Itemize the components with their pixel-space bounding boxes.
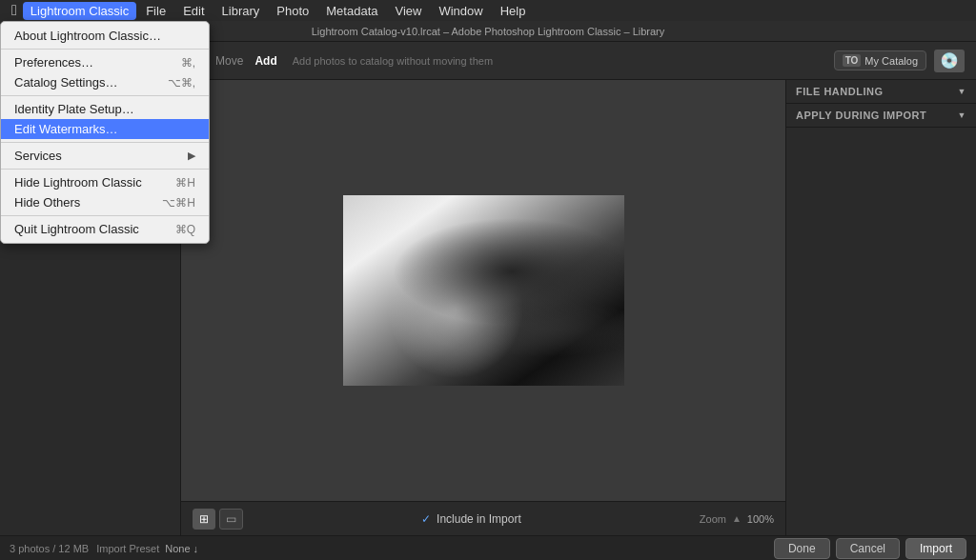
menu-catalog-settings[interactable]: Catalog Settings… ⌥⌘,	[1, 72, 209, 92]
menu-separator-3	[1, 142, 209, 143]
import-preset-section: Import Preset None ↓	[96, 543, 198, 554]
menu-file[interactable]: File	[138, 2, 173, 20]
catalog-settings-shortcut: ⌥⌘,	[168, 76, 195, 90]
quit-shortcut: ⌘Q	[175, 223, 195, 236]
menu-separator-2	[1, 95, 209, 96]
status-text: 3 photos / 12 MB	[10, 543, 89, 554]
apply-during-import-header[interactable]: Apply During Import ▼	[796, 110, 966, 121]
loupe-view-button[interactable]: ▭	[219, 509, 243, 530]
menu-photo[interactable]: Photo	[269, 2, 316, 20]
menu-separator-4	[1, 169, 209, 170]
menu-separator-5	[1, 215, 209, 216]
menu-preferences[interactable]: Preferences… ⌘,	[1, 52, 209, 72]
catalog-settings-label: Catalog Settings…	[14, 75, 117, 90]
edit-watermarks-label: Edit Watermarks…	[14, 122, 118, 136]
zoom-value: 100%	[747, 513, 774, 525]
file-handling-arrow: ▼	[958, 87, 966, 96]
menu-quit[interactable]: Quit Lightroom Classic ⌘Q	[1, 219, 209, 239]
drive-icon[interactable]: 💿	[934, 50, 965, 72]
zoom-area: Zoom ▲ 100%	[700, 513, 774, 525]
hide-others-shortcut: ⌥⌘H	[162, 196, 195, 210]
menu-about[interactable]: About Lightroom Classic…	[1, 26, 209, 46]
menu-view[interactable]: View	[387, 2, 429, 20]
bottom-bar: 3 photos / 12 MB Import Preset None ↓ Do…	[0, 535, 976, 560]
view-toggle: ⊞ ▭	[193, 509, 243, 530]
image-bottom-bar: ⊞ ▭ ✓ Include in Import Zoom ▲ 100%	[181, 501, 785, 535]
window-title: Lightroom Catalog-v10.lrcat – Adobe Phot…	[312, 26, 665, 37]
cancel-button[interactable]: Cancel	[836, 538, 900, 559]
menu-library[interactable]: Library	[214, 2, 268, 20]
add-action[interactable]: Add	[254, 54, 276, 68]
catalog-button[interactable]: TO My Catalog	[834, 50, 926, 70]
apple-menu[interactable]: 	[8, 0, 21, 21]
identity-plate-label: Identity Plate Setup…	[14, 102, 134, 116]
menu-services[interactable]: Services ▶	[1, 146, 209, 166]
menu-edit[interactable]: Edit	[175, 2, 212, 20]
hide-lightroom-shortcut: ⌘H	[175, 176, 195, 190]
file-handling-section: File Handling ▼	[786, 80, 976, 104]
menu-separator-1	[1, 49, 209, 50]
preferences-label: Preferences…	[14, 55, 93, 70]
about-label: About Lightroom Classic…	[14, 29, 161, 43]
import-preset-label: Import Preset	[96, 543, 159, 554]
file-handling-header[interactable]: File Handling ▼	[796, 86, 966, 97]
bottom-buttons: Done Cancel Import	[774, 538, 966, 559]
app-dropdown-menu: About Lightroom Classic… Preferences… ⌘,…	[0, 21, 210, 244]
include-label: Include in Import	[437, 512, 521, 526]
menu-lightroom-classic[interactable]: Lightroom Classic	[23, 2, 136, 20]
file-handling-label: File Handling	[796, 86, 883, 97]
submenu-arrow-icon: ▶	[188, 150, 195, 162]
menu-hide-others[interactable]: Hide Others ⌥⌘H	[1, 192, 209, 212]
include-in-import[interactable]: ✓ Include in Import	[421, 512, 521, 526]
right-panel: File Handling ▼ Apply During Import ▼	[785, 80, 976, 535]
preview-image	[343, 195, 624, 386]
hide-lightroom-label: Hide Lightroom Classic	[14, 175, 142, 190]
zoom-up-icon[interactable]: ▲	[732, 513, 742, 524]
hide-others-label: Hide Others	[14, 195, 80, 210]
import-button[interactable]: Import	[905, 538, 966, 559]
menu-help[interactable]: Help	[493, 2, 534, 20]
hd-badge: TO	[843, 54, 862, 67]
zoom-label: Zoom	[700, 513, 726, 525]
services-label: Services	[14, 149, 62, 163]
grid-view-button[interactable]: ⊞	[193, 509, 215, 530]
apply-during-import-section: Apply During Import ▼	[786, 104, 976, 128]
main-image-view: ⊞ ▭ ✓ Include in Import Zoom ▲ 100%	[181, 80, 785, 535]
import-preset-value[interactable]: None ↓	[165, 543, 198, 554]
quit-label: Quit Lightroom Classic	[14, 222, 139, 236]
menu-hide-lightroom[interactable]: Hide Lightroom Classic ⌘H	[1, 172, 209, 192]
move-action[interactable]: Move	[212, 52, 247, 70]
image-container	[181, 80, 785, 501]
menu-metadata[interactable]: Metadata	[318, 2, 385, 20]
done-button[interactable]: Done	[774, 538, 830, 559]
preferences-shortcut: ⌘,	[181, 56, 195, 70]
apply-during-import-label: Apply During Import	[796, 110, 926, 121]
menu-identity-plate[interactable]: Identity Plate Setup…	[1, 99, 209, 119]
apply-during-import-arrow: ▼	[958, 110, 966, 120]
toolbar-subtitle: Add photos to catalog without moving the…	[293, 55, 493, 67]
menu-edit-watermarks[interactable]: Edit Watermarks…	[1, 119, 209, 139]
menu-window[interactable]: Window	[431, 2, 490, 20]
checkmark-icon: ✓	[421, 512, 431, 526]
menu-bar:  Lightroom Classic File Edit Library Ph…	[0, 0, 976, 21]
catalog-label: My Catalog	[864, 55, 918, 67]
